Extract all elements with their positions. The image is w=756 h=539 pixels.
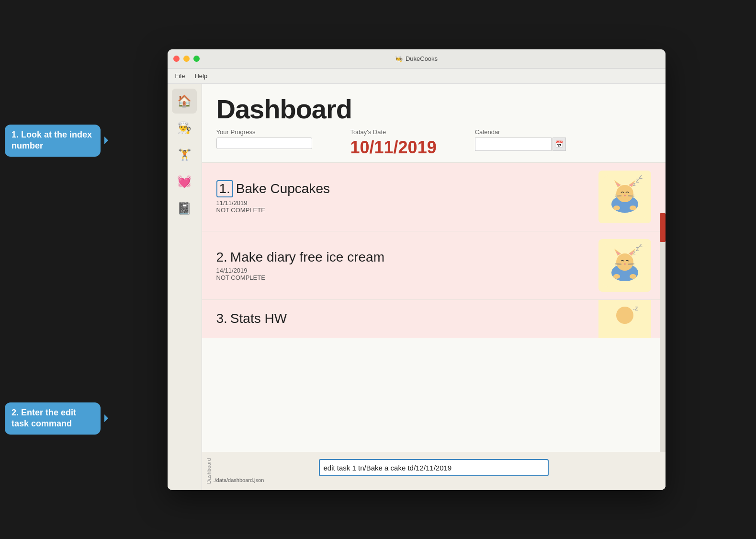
task-list: 1. Bake Cupcakes 11/11/2019 NOT COMPLETE [202, 162, 666, 452]
task-name-2: Make diary free ice cream [230, 250, 384, 265]
sidebar-item-health[interactable]: 💓 [172, 169, 197, 194]
task-status-1: NOT COMPLETE [216, 206, 598, 214]
content-header: Dashboard Your Progress Today's Date [202, 84, 666, 162]
calendar-input[interactable] [475, 138, 552, 151]
title-icon: 🧑‍🍳 [395, 55, 403, 62]
command-input[interactable] [319, 459, 549, 476]
svg-text:Z: Z [639, 175, 643, 180]
progress-label: Your Progress [216, 128, 312, 136]
task-name-1: Bake Cupcakes [236, 181, 330, 196]
task-content-2: 2. Make diary free ice cream 14/11/2019 … [216, 250, 598, 281]
health-icon: 💓 [177, 175, 192, 188]
task-date-2: 14/11/2019 [216, 267, 598, 274]
window-controls [173, 56, 200, 62]
task-index-2: 2. [216, 250, 227, 265]
menu-help[interactable]: Help [194, 72, 207, 80]
home-icon: 🏠 [177, 94, 192, 108]
maximize-button[interactable] [193, 56, 200, 62]
calendar-widget: Calendar 📅 [475, 128, 566, 151]
svg-point-6 [616, 185, 633, 202]
command-input-wrapper [210, 459, 658, 476]
task-item-3: 3. Stats HW -Z [202, 300, 666, 338]
svg-point-28 [624, 263, 626, 264]
status-bar: ./data/dashboard.json [210, 476, 658, 483]
rotated-label: Dashboard [206, 458, 212, 484]
task-item-1: 1. Bake Cupcakes 11/11/2019 NOT COMPLETE [202, 163, 666, 231]
today-date: 10/11/2019 [350, 138, 437, 158]
task-index-3: 3. [216, 311, 227, 326]
content-area: Dashboard Your Progress Today's Date [202, 84, 666, 490]
chef-icon: 👨‍🍳 [177, 121, 192, 135]
task-content-1: 1. Bake Cupcakes 11/11/2019 NOT COMPLETE [216, 180, 598, 214]
task-item-2: 2. Make diary free ice cream 14/11/2019 … [202, 231, 666, 300]
sidebar: 🏠 👨‍🍳 🏋️ 💓 📓 [168, 84, 202, 490]
date-label: Today's Date [350, 128, 437, 136]
callout-1: 1. Look at the index number [5, 125, 101, 157]
header-widgets: Your Progress Today's Date 10/11/2019 [216, 128, 651, 158]
sidebar-item-diary[interactable]: 📓 [172, 196, 197, 221]
scrollbar-track[interactable] [660, 213, 666, 452]
date-widget: Today's Date 10/11/2019 [350, 128, 437, 158]
task-date-1: 11/11/2019 [216, 199, 598, 206]
svg-point-34 [630, 274, 636, 279]
calendar-picker-button[interactable]: 📅 [553, 138, 566, 151]
calendar-input-group: 📅 [475, 138, 566, 151]
menu-file[interactable]: File [175, 72, 185, 80]
task-title-3: 3. Stats HW [216, 311, 598, 326]
menu-bar: File Help [168, 69, 666, 84]
close-button[interactable] [173, 56, 180, 62]
svg-point-33 [613, 274, 620, 279]
task-content-3: 3. Stats HW [216, 311, 598, 326]
task-name-3: Stats HW [230, 311, 287, 326]
svg-point-11 [624, 195, 626, 196]
task-title-2: 2. Make diary free ice cream [216, 250, 598, 265]
main-layout: 🏠 👨‍🍳 🏋️ 💓 📓 Dashboard [168, 84, 666, 490]
callout-2: 2. Enter the edit task command [5, 402, 101, 435]
svg-point-17 [630, 206, 636, 210]
svg-text:Z: Z [639, 244, 643, 249]
task-title-1: 1. Bake Cupcakes [216, 180, 598, 197]
progress-bar-container [216, 138, 312, 149]
exercise-icon: 🏋️ [178, 149, 191, 161]
sidebar-item-home[interactable]: 🏠 [172, 89, 197, 114]
progress-widget: Your Progress [216, 128, 312, 149]
sidebar-item-recipes[interactable]: 👨‍🍳 [172, 115, 197, 140]
minimize-button[interactable] [183, 56, 190, 62]
calendar-label: Calendar [475, 128, 566, 136]
title-bar: 🧑‍🍳 DukeCooks [168, 49, 666, 69]
app-window: 🧑‍🍳 DukeCooks File Help 🏠 👨‍🍳 🏋️ [168, 49, 666, 490]
svg-text:-Z: -Z [633, 306, 638, 311]
task-image-2: Z Z Z [598, 239, 651, 292]
task-status-2: NOT COMPLETE [216, 274, 598, 281]
svg-point-39 [616, 307, 633, 324]
task-image-1: Z Z Z [598, 171, 651, 223]
window-title: 🧑‍🍳 DukeCooks [395, 55, 438, 62]
bottom-bar: Dashboard ./data/dashboard.json [202, 452, 666, 490]
sidebar-item-exercise[interactable]: 🏋️ [172, 142, 197, 167]
scrollbar-thumb[interactable] [660, 213, 666, 242]
task-image-3: -Z [598, 300, 651, 338]
page-title: Dashboard [216, 93, 651, 125]
calendar-icon: 📅 [555, 140, 563, 148]
svg-point-23 [616, 253, 633, 271]
svg-point-16 [613, 206, 620, 210]
diary-icon: 📓 [177, 202, 192, 215]
task-index-1: 1. [216, 180, 233, 197]
